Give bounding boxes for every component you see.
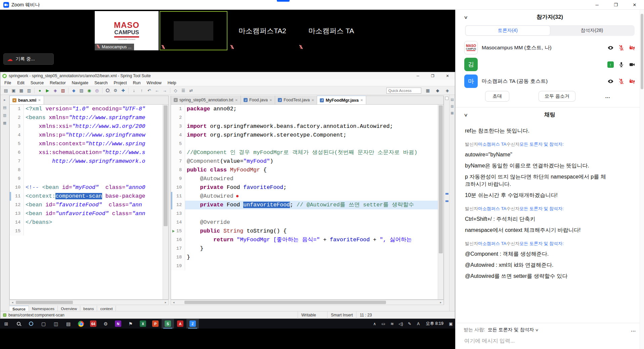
toolbar-new-package-icon[interactable]: ▨ bbox=[78, 87, 85, 94]
code-line[interactable]: 12 private Food unfavoriteFood; // @Auto… bbox=[171, 201, 438, 209]
java-code-area[interactable]: 1package anno02;23import org.springframe… bbox=[171, 105, 438, 299]
code-line[interactable]: 3import org.springframework.beans.factor… bbox=[171, 122, 438, 131]
toolbar-debug-icon[interactable]: ● bbox=[36, 87, 44, 94]
code-line[interactable]: 8public class MyFoodMgr { bbox=[171, 166, 438, 174]
code-line[interactable]: 3 xmlns:xsi="http://www.w3.org/200 bbox=[10, 122, 163, 131]
code-line[interactable]: 13 bbox=[171, 209, 438, 218]
tray-hidden-icons-icon[interactable]: ∧ bbox=[370, 319, 379, 329]
tab-myfoodmgr-java[interactable]: JMyFoodMgr.java✕ bbox=[317, 96, 366, 104]
video-thumbnail[interactable] bbox=[160, 11, 227, 50]
taskbar-adobe-icon[interactable]: A bbox=[174, 319, 186, 329]
scrollbar-thumb[interactable] bbox=[184, 301, 386, 304]
tray-wifi-icon[interactable]: ≋ bbox=[388, 319, 396, 329]
collapse-chevron-icon[interactable]: ∨ bbox=[464, 15, 468, 20]
taskbar-powerpoint-icon[interactable]: P bbox=[149, 319, 162, 329]
java-perspective-icon[interactable]: ◆ bbox=[434, 87, 441, 94]
code-line[interactable]: 9 @Autowired bbox=[171, 174, 438, 183]
menu-item-edit[interactable]: Edit bbox=[14, 81, 28, 85]
snippets-view-icon[interactable]: ▥ bbox=[3, 113, 6, 117]
toolbar-new-icon[interactable]: ▤ bbox=[2, 87, 10, 94]
code-line[interactable]: 4import org.springframework.stereotype.C… bbox=[171, 131, 438, 140]
code-line[interactable]: 7@Component(value="myFood") bbox=[171, 157, 438, 166]
collapse-chevron-icon[interactable]: ∨ bbox=[464, 112, 468, 117]
menu-item-project[interactable]: Project bbox=[111, 81, 130, 85]
maximize-button[interactable]: ❐ bbox=[606, 0, 625, 10]
tray-volume-icon[interactable]: ◁) bbox=[396, 319, 405, 329]
minimized-console-icon[interactable]: ▦ bbox=[450, 111, 454, 115]
video-thumbnail[interactable]: MASOCAMPUSActionable ContentMasocampus .… bbox=[95, 11, 159, 50]
code-line[interactable]: 10<!-- <bean id="myFood" class="anno0 bbox=[10, 183, 163, 192]
right-editor-vscrollbar[interactable] bbox=[438, 105, 443, 299]
right-editor-hscrollbar[interactable]: ◂▸ bbox=[171, 300, 444, 305]
panel-scrollbar[interactable] bbox=[640, 10, 644, 349]
chat-message-list[interactable]: ref는 참조한다는 뜻입니다.발신자마소캠퍼스 TA수신자모든 토론자 및 참… bbox=[456, 122, 644, 323]
servers-view-icon[interactable]: ▦ bbox=[3, 121, 6, 125]
close-button[interactable]: ✕ bbox=[625, 0, 644, 10]
xml-code-area[interactable]: 1<?xml version="1.0" encoding="UTF-8"2<b… bbox=[10, 105, 163, 299]
toolbar-profile-icon[interactable]: ◈ bbox=[51, 87, 59, 94]
code-line[interactable]: 9 bbox=[10, 174, 163, 183]
minimized-properties-icon[interactable]: ▥ bbox=[450, 104, 454, 108]
taskbar-cortana-icon[interactable] bbox=[25, 319, 37, 329]
tray-display-icon[interactable]: ▭ bbox=[379, 319, 388, 329]
scrollbar-thumb[interactable] bbox=[16, 301, 73, 304]
mute-all-button[interactable]: 모두 음소거 bbox=[539, 91, 575, 102]
code-line[interactable]: 2 bbox=[171, 113, 438, 122]
taskbar-onenote-icon[interactable]: N bbox=[112, 319, 124, 329]
toolbar-prev-annotation-icon[interactable]: ↑ bbox=[138, 87, 145, 94]
code-line[interactable]: 13<bean id="unfavoriteFood" class="ann bbox=[10, 209, 163, 218]
taskbar-people-icon[interactable]: ◫ bbox=[50, 319, 62, 329]
code-line[interactable]: 19 bbox=[171, 262, 438, 270]
minimized-outline-icon[interactable]: ▤ bbox=[450, 98, 454, 101]
ide-minimize-button[interactable]: ─ bbox=[411, 72, 425, 80]
participant-row[interactable]: MASOCAMPUSMasocampus MM (호스트, 나) bbox=[456, 39, 644, 56]
code-line[interactable]: 1package anno02; bbox=[171, 105, 438, 113]
taskbar-clock[interactable]: 오후 8:19 bbox=[423, 321, 446, 327]
taskbar-chrome-icon[interactable] bbox=[75, 319, 87, 329]
tab-close-icon[interactable]: ✕ bbox=[360, 98, 363, 102]
code-line[interactable]: 17 } bbox=[171, 244, 438, 253]
code-line[interactable]: 1<?xml version="1.0" encoding="UTF-8" bbox=[10, 105, 163, 113]
tab-bean-xml[interactable]: x bean.xml ✕ bbox=[10, 96, 44, 104]
code-line[interactable]: 5 bbox=[171, 140, 438, 148]
toolbar-forward-icon[interactable]: → bbox=[161, 87, 169, 94]
code-line[interactable]: 11 @Autowired bbox=[171, 192, 438, 201]
toolbar-save-all-icon[interactable]: ▦ bbox=[17, 87, 25, 94]
code-line[interactable]: 14 @Override bbox=[171, 218, 438, 227]
toolbar-new-java-project-icon[interactable]: ◆ bbox=[70, 87, 78, 94]
tab-close-icon[interactable]: ✕ bbox=[311, 98, 314, 102]
open-perspective-icon[interactable]: ▦ bbox=[424, 87, 432, 94]
taskbar-search-icon[interactable] bbox=[12, 319, 25, 329]
outline-view-icon[interactable]: ▤ bbox=[3, 105, 6, 110]
menu-item-navigate[interactable]: Navigate bbox=[69, 81, 91, 85]
code-line[interactable]: 14</beans> bbox=[10, 218, 163, 227]
taskbar-start-icon[interactable]: ⊞ bbox=[0, 319, 12, 329]
toolbar-new-class-icon[interactable]: ◉ bbox=[85, 87, 93, 94]
toolbar-new-interface-icon[interactable]: ◎ bbox=[93, 87, 101, 94]
toolbar-last-edit-icon[interactable]: ↶ bbox=[145, 87, 153, 94]
code-line[interactable]: 11<context:component-scan base-package bbox=[10, 192, 163, 201]
code-line[interactable]: 10 private Food favoriteFood; bbox=[171, 183, 438, 192]
code-line[interactable]: 18} bbox=[171, 253, 438, 262]
tab-food-java[interactable]: JFood.java✕ bbox=[241, 96, 275, 104]
code-line[interactable]: 15 bbox=[10, 227, 163, 236]
taskbar-zoom-icon[interactable]: Z bbox=[186, 319, 199, 329]
menu-item-source[interactable]: Source bbox=[28, 81, 47, 85]
toolbar-mark-occurrences-icon[interactable]: ☰ bbox=[179, 87, 187, 94]
code-line[interactable]: 6 xsi:schemaLocation="http://www.s bbox=[10, 148, 163, 157]
code-line[interactable]: 4 xmlns:p="http://www.springframew bbox=[10, 131, 163, 140]
taskbar-task-view-icon[interactable]: ▢ bbox=[37, 319, 50, 329]
video-thumbnail[interactable]: 마소캠퍼스TA2 bbox=[228, 11, 296, 50]
recording-badge[interactable]: ☁ 기록 중... bbox=[3, 53, 54, 65]
tray-action-center-icon[interactable]: ▣ bbox=[446, 319, 455, 329]
tray-ime-lang-icon[interactable]: A bbox=[414, 319, 423, 329]
menu-item-help[interactable]: Help bbox=[165, 81, 179, 85]
code-line[interactable]: 7 http://www.springframework.o bbox=[10, 157, 163, 166]
taskbar-app-64-icon[interactable]: 64 bbox=[87, 319, 99, 329]
scrollbar-thumb[interactable] bbox=[164, 105, 168, 226]
tray-pen-icon[interactable]: ✎ bbox=[405, 319, 414, 329]
quick-access-box[interactable]: Quick Access bbox=[386, 88, 421, 94]
tab-foodtest-java[interactable]: JFoodTest.java✕ bbox=[275, 96, 317, 104]
taskbar-store-icon[interactable]: ▤ bbox=[62, 319, 75, 329]
toolbar-open-type-icon[interactable]: ◇ bbox=[172, 87, 179, 94]
